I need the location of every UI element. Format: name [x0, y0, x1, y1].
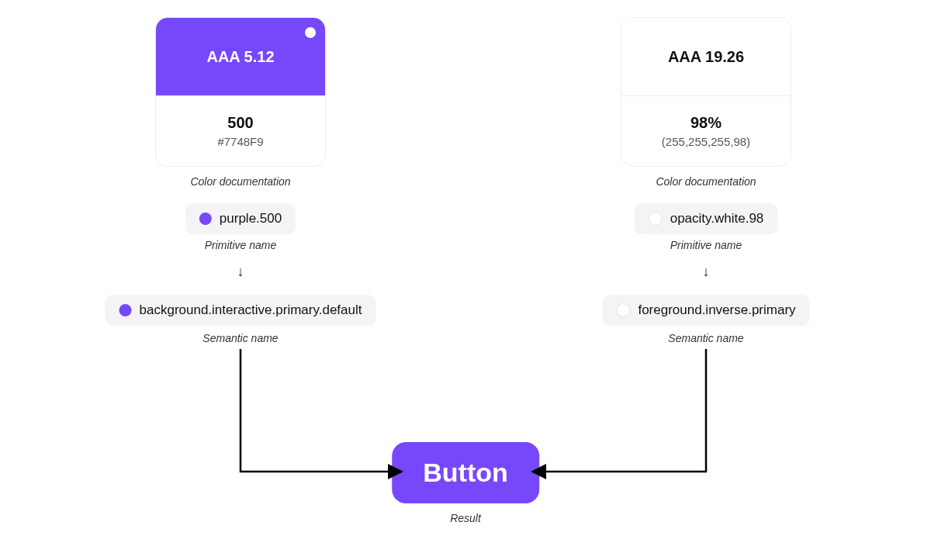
shade-label-left: 500 — [227, 114, 253, 132]
primitive-caption-right: Primitive name — [670, 239, 742, 251]
primitive-name-right: opacity.white.98 — [670, 211, 764, 226]
result-button[interactable]: Button — [392, 442, 539, 503]
result-button-label: Button — [423, 458, 508, 487]
semantic-chip-right: foreground.inverse.primary — [602, 295, 809, 326]
semantic-caption-right: Semantic name — [668, 332, 743, 344]
swatch-bottom-left: 500 #7748F9 — [156, 96, 325, 166]
semantic-name-right: foreground.inverse.primary — [638, 302, 795, 318]
corner-dot-icon — [305, 27, 316, 38]
primitive-chip-right: opacity.white.98 — [635, 203, 778, 234]
result-caption: Result — [450, 512, 481, 524]
primitive-chip-left: purple.500 — [185, 203, 296, 234]
swatch-top-right: AAA 19.26 — [621, 18, 791, 96]
swatch-top-left: AAA 5.12 — [156, 18, 325, 96]
color-dot-icon — [199, 213, 212, 225]
color-dot-icon — [119, 304, 132, 316]
swatch-bottom-right: 98% (255,255,255,98) — [621, 96, 791, 166]
arrow-down-icon: ↓ — [237, 264, 244, 280]
color-swatch-card-left: AAA 5.12 500 #7748F9 — [155, 17, 326, 167]
semantic-chip-left: background.interactive.primary.default — [106, 295, 376, 326]
rgba-label-right: (255,255,255,98) — [662, 135, 750, 148]
doc-caption-left: Color documentation — [190, 175, 290, 188]
color-dot-icon — [649, 212, 663, 226]
hex-label-left: #7748F9 — [217, 135, 263, 148]
color-swatch-card-right: AAA 19.26 98% (255,255,255,98) — [621, 17, 791, 167]
primitive-name-left: purple.500 — [220, 211, 282, 226]
arrow-down-icon: ↓ — [703, 264, 710, 280]
contrast-rating-right: AAA 19.26 — [668, 48, 744, 66]
contrast-rating-left: AAA 5.12 — [206, 48, 274, 66]
doc-caption-right: Color documentation — [656, 175, 756, 188]
primitive-caption-left: Primitive name — [205, 239, 277, 251]
semantic-caption-left: Semantic name — [202, 332, 278, 344]
color-dot-icon — [616, 303, 630, 317]
opacity-label-right: 98% — [690, 114, 722, 132]
semantic-name-left: background.interactive.primary.default — [140, 302, 362, 318]
